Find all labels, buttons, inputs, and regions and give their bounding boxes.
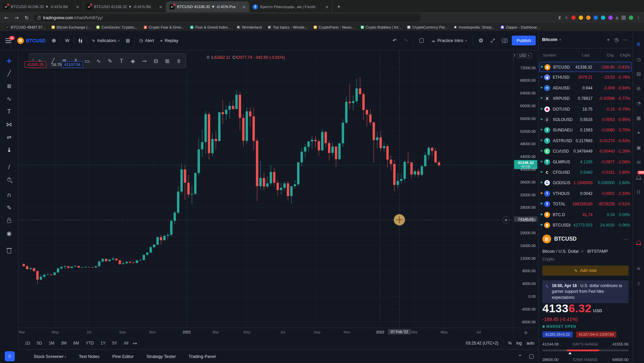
redo-button[interactable]: ↷: [401, 36, 410, 45]
clock-label[interactable]: 03:25:42 (UTC+2): [466, 341, 498, 346]
tab-pine-editor[interactable]: Pine Editor: [112, 354, 134, 359]
price-range-icon[interactable]: ◈: [127, 54, 139, 67]
axis-settings-corner[interactable]: ⚙: [513, 328, 538, 337]
rectangle-icon[interactable]: ▭: [81, 54, 93, 67]
flag-icon[interactable]: ⚑: [540, 213, 543, 216]
flag-icon[interactable]: ⚑: [540, 107, 543, 111]
auto-scale-button[interactable]: auto: [527, 341, 534, 346]
markets-icon[interactable]: ≋: [634, 264, 643, 273]
currency-selector[interactable]: USD▾: [517, 53, 532, 58]
add-symbol-icon[interactable]: +: [606, 37, 611, 42]
news-headlines-icon[interactable]: ▤: [634, 69, 643, 78]
watchlist-row-glmrus[interactable]: ⚑TGLMRUS4.1295-0.0877-2.08%: [539, 157, 632, 167]
watchlist-panel-icon[interactable]: ≣: [634, 40, 643, 48]
maximize-panel-icon[interactable]: [529, 354, 534, 359]
hide-drawings-tool[interactable]: ◉: [4, 228, 14, 239]
alert-button[interactable]: ◷ Alert: [136, 36, 157, 45]
flag-icon[interactable]: ⚑: [540, 139, 543, 143]
tab-close-icon[interactable]: ×: [324, 4, 329, 9]
extension-grey[interactable]: [621, 15, 626, 20]
undo-button[interactable]: ↶: [390, 36, 399, 45]
tab-trading-panel[interactable]: Trading Panel: [188, 354, 215, 359]
watchlist-row-total[interactable]: ⚑TTOTAL188159180-9578235-0.51%: [539, 199, 632, 209]
col-symbol[interactable]: Symbol: [543, 53, 556, 57]
bookmark-item[interactable]: ◐Wonderland: [235, 25, 264, 30]
help-icon[interactable]: ?: [634, 280, 643, 288]
symbol-button[interactable]: B BTCUSD: [14, 35, 48, 46]
bookmark-item[interactable]: ◆Bitcoin Exchange |...: [49, 25, 93, 30]
remove-drawings-tool[interactable]: [4, 245, 14, 256]
ideas-icon[interactable]: ✦: [634, 128, 643, 137]
fullscreen-button[interactable]: ⤢: [488, 36, 498, 46]
drawing-mode-tool[interactable]: ✎: [4, 202, 14, 213]
snapshot-button[interactable]: [499, 37, 510, 45]
flag-icon[interactable]: ⚑: [540, 202, 543, 206]
watchlist-row-vthous[interactable]: ⚑ϟVTHOUS0.0042-0.0001-2.33%: [539, 189, 632, 199]
extension-yellow[interactable]: [579, 15, 583, 20]
extension-purple[interactable]: [608, 15, 613, 20]
my-ideas-icon[interactable]: ▣: [634, 143, 643, 152]
bookmark-star-icon[interactable]: ☆: [564, 15, 568, 20]
extension-teal[interactable]: [601, 15, 605, 20]
range-1y-button[interactable]: 1Y: [98, 339, 108, 347]
crosshair-tool[interactable]: +: [4, 55, 14, 66]
flag-icon[interactable]: ⚑: [540, 96, 543, 100]
tab-close-icon[interactable]: ×: [75, 4, 80, 9]
bookmark-item[interactable]: ◆Investopedia: Sharp...: [451, 25, 497, 30]
publish-button[interactable]: Publish: [512, 36, 536, 45]
brush-icon[interactable]: ✎: [104, 54, 116, 67]
saved-layout-button[interactable]: ☁ Practice Intro ▾: [428, 36, 470, 45]
watchlist-row-ethusd[interactable]: ⚑◆ETHUSD3079.21-23.53-0.76%: [539, 72, 632, 82]
tab-stock-screener[interactable]: Stock Screener ▾: [34, 354, 66, 359]
col-chg[interactable]: Chg: [607, 53, 614, 57]
data-window-icon[interactable]: ⊞: [634, 84, 643, 93]
new-tab-button[interactable]: +: [334, 2, 343, 11]
range-1m-button[interactable]: 1M: [46, 339, 57, 347]
streams-icon[interactable]: ((: [634, 188, 643, 196]
wave-pattern-tool[interactable]: ∿: [4, 93, 14, 104]
install-icon[interactable]: ⊻: [558, 15, 562, 20]
details-more-icon[interactable]: ⋯: [623, 236, 629, 242]
watchlist-row-xrpusd[interactable]: ⚑XXRPUSD0.76917-0.00596-0.77%: [539, 93, 632, 104]
extension-red[interactable]: [571, 15, 576, 20]
watchlist-row-adausd[interactable]: ⚑✦ADAUSD0.944-0.009-0.94%: [539, 83, 632, 93]
watchlist-row-btc.d[interactable]: ⚑BBTC.D41.740.040.09%: [539, 210, 632, 220]
watchlist-row-astrusd[interactable]: ⚑TASTRUSD0.217663-0.01273-5.53%: [539, 136, 632, 146]
browser-tab[interactable]: 17BTCUSD 41336.32 ▼ -0.41% Bit×: [0, 1, 83, 12]
calendar-icon[interactable]: ▦: [634, 114, 643, 122]
date-range-icon[interactable]: ⊸: [139, 54, 150, 67]
tab-text-notes[interactable]: Text Notes: [79, 354, 99, 359]
add-note-button[interactable]: ✎ Add note: [542, 266, 629, 276]
text-icon[interactable]: T: [116, 54, 127, 67]
watchlist-more-icon[interactable]: ⋯: [622, 37, 629, 42]
watchlist-clock-icon[interactable]: ◷: [613, 37, 620, 42]
log-scale-button[interactable]: log: [516, 341, 522, 346]
range-3m-button[interactable]: 3M: [59, 339, 69, 347]
indicators-button[interactable]: ∿ Indicators ▾: [88, 36, 123, 45]
watchlist-row-sundaeu[interactable]: ⚑TSUNDAEU0.1563-0.0060-3.70%: [539, 125, 632, 135]
url-bar[interactable]: tradingview.com/chart/fvAI67yy/: [34, 14, 421, 22]
tab-close-icon[interactable]: ×: [158, 4, 163, 9]
range-ytd-button[interactable]: YTD: [83, 339, 96, 347]
bookmark-item[interactable]: ●CoinGecko: Cryptoc...: [94, 25, 140, 30]
notifications-bell-icon[interactable]: 165: [634, 173, 643, 182]
bookmark-item[interactable]: ●Zapper - Dashboar...: [498, 25, 542, 30]
xabcd-pattern-tool[interactable]: ⋈: [4, 119, 14, 130]
curve-icon[interactable]: ∿: [93, 54, 104, 67]
magnet-tool[interactable]: ∩: [4, 190, 14, 200]
compare-button[interactable]: ⊕: [48, 35, 59, 46]
flag-icon[interactable]: ⚑: [540, 223, 543, 227]
measure-tool[interactable]: ∕: [4, 161, 14, 172]
watchlist-row-btcusdi[interactable]: ⚑BBTCUSDI41773.50324.40300.06%: [539, 220, 632, 230]
sell-price-label[interactable]: 41320.29: [25, 61, 46, 68]
add-alert-plus-icon[interactable]: +: [502, 216, 510, 224]
text-tool[interactable]: T: [4, 106, 14, 117]
fib-retracement-tool[interactable]: ≣: [4, 81, 14, 91]
range-5d-button[interactable]: 5D: [34, 339, 44, 347]
watchlist-row-solousd[interactable]: ⚑ƧSOLOUSD0.5515-0.0053-0.95%: [539, 115, 632, 125]
live-alerts-icon[interactable]: [634, 238, 643, 247]
bookmark-item[interactable]: ▦Crypto Bubbles | Int...: [358, 25, 404, 30]
bookmark-item[interactable]: 17BTCUSD 48487.97...: [3, 25, 48, 30]
projection-tool[interactable]: ⇌: [4, 132, 14, 143]
extension-blue[interactable]: [594, 15, 598, 20]
